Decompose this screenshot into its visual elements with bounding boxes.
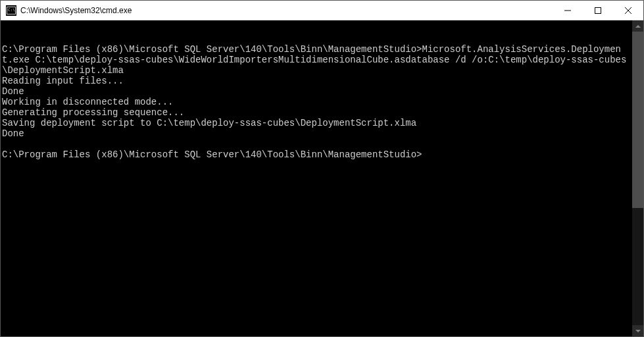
titlebar[interactable]: C:\Windows\System32\cmd.exe — [1, 1, 643, 20]
svg-rect-1 — [595, 7, 601, 13]
terminal-line: Working in disconnected mode... — [2, 97, 173, 107]
terminal-line: Saving deployment script to C:\temp\depl… — [2, 118, 416, 128]
terminal-line: Done — [2, 128, 24, 139]
scroll-down-icon[interactable] — [632, 325, 643, 336]
svg-marker-5 — [635, 330, 641, 332]
maximize-button[interactable] — [583, 1, 613, 20]
terminal-line: C:\Program Files (x86)\Microsoft SQL Ser… — [2, 44, 626, 76]
titlebar-left: C:\Windows\System32\cmd.exe — [6, 5, 132, 16]
terminal-prompt: C:\Program Files (x86)\Microsoft SQL Ser… — [2, 149, 422, 160]
terminal-line: Reading input files... — [2, 76, 124, 86]
window-title: C:\Windows\System32\cmd.exe — [20, 6, 132, 15]
window-controls — [553, 1, 643, 20]
terminal-content: C:\Program Files (x86)\Microsoft SQL Ser… — [2, 44, 632, 160]
close-button[interactable] — [613, 1, 643, 20]
terminal-line: Done — [2, 86, 24, 97]
terminal-line: Generating processing sequence... — [2, 107, 184, 118]
scroll-thumb[interactable] — [632, 32, 643, 208]
svg-marker-4 — [635, 25, 641, 28]
terminal-body[interactable]: C:\Program Files (x86)\Microsoft SQL Ser… — [1, 20, 643, 336]
scrollbar[interactable] — [632, 20, 643, 336]
scroll-track[interactable] — [632, 32, 643, 325]
cmd-icon — [6, 5, 16, 16]
cmd-window: C:\Windows\System32\cmd.exe C:\Program F… — [0, 0, 644, 337]
minimize-button[interactable] — [553, 1, 583, 20]
scroll-up-icon[interactable] — [632, 20, 643, 32]
